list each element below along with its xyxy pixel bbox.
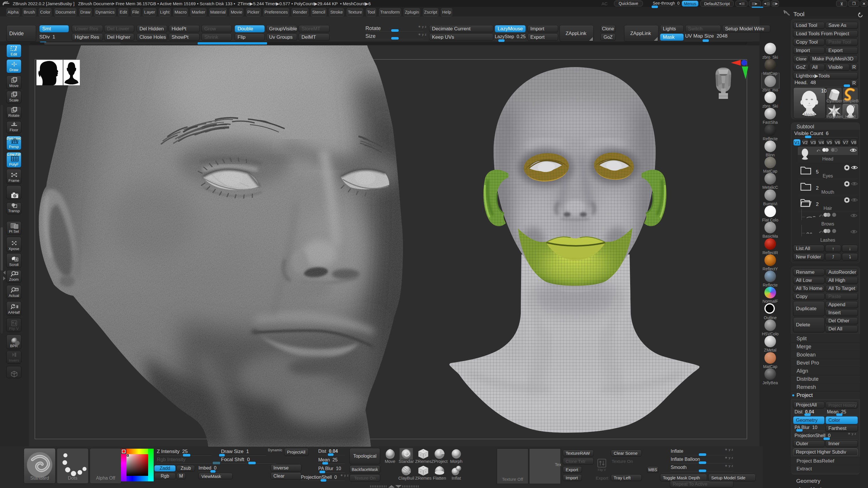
svg-text:Flip V: Flip V — [598, 468, 606, 471]
svg-text:S: S — [14, 93, 16, 96]
svg-text:R: R — [14, 108, 16, 111]
svg-text:M: M — [13, 78, 16, 81]
svg-text:x1: x1 — [16, 289, 18, 291]
